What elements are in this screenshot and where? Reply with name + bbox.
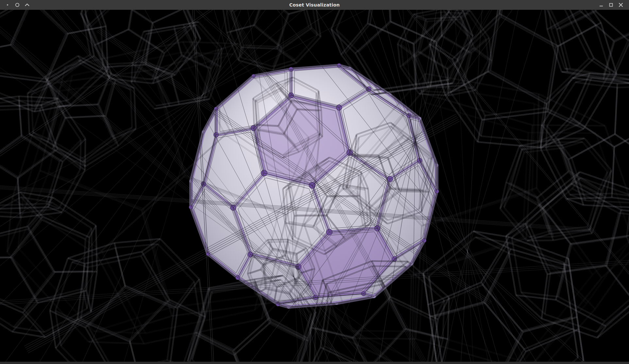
chevron-up-icon bbox=[24, 2, 30, 8]
dot-button[interactable] bbox=[3, 0, 12, 10]
dot-icon bbox=[4, 2, 11, 8]
titlebar[interactable]: Coset Visualization bbox=[0, 0, 629, 10]
titlebar-right-controls bbox=[596, 0, 629, 10]
app-window: Coset Visualization bbox=[0, 0, 629, 364]
titlebar-left-controls bbox=[0, 0, 32, 10]
minimize-button[interactable] bbox=[596, 0, 606, 10]
circle-icon bbox=[14, 2, 21, 8]
close-button[interactable] bbox=[616, 0, 626, 10]
window-bottom-edge[interactable] bbox=[0, 362, 629, 364]
window-title: Coset Visualization bbox=[0, 0, 629, 10]
viewport-canvas[interactable] bbox=[0, 10, 629, 362]
maximize-icon bbox=[608, 2, 614, 8]
maximize-button[interactable] bbox=[606, 0, 616, 10]
minimize-icon bbox=[598, 2, 604, 8]
chevron-up-button[interactable] bbox=[22, 0, 32, 10]
close-icon bbox=[618, 2, 624, 8]
circle-button[interactable] bbox=[12, 0, 22, 10]
